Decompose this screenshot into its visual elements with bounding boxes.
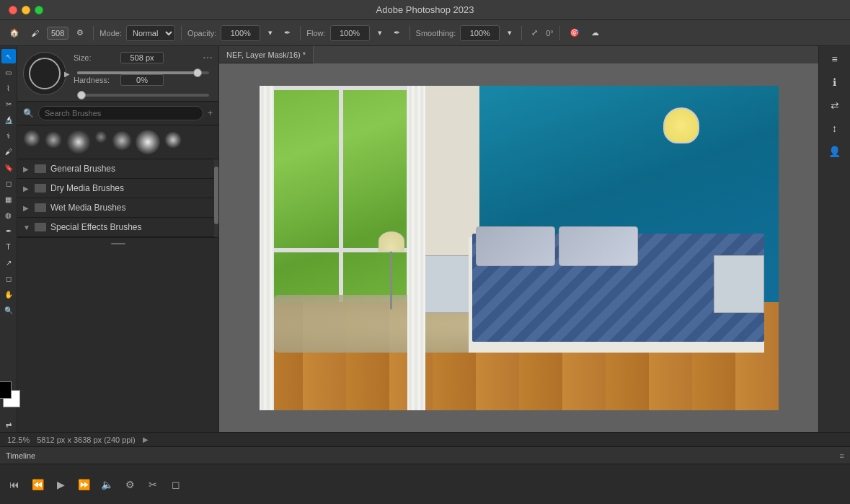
categories-scrollbar-thumb[interactable] [214, 167, 218, 224]
symmetry-button[interactable]: 🎯 [566, 26, 583, 40]
brush-expand-arrow[interactable]: ▶ [64, 70, 70, 78]
wet-media-brushes-header[interactable]: ▶ Wet Media Brushes [17, 198, 218, 217]
separator-6 [559, 26, 560, 40]
home-button[interactable]: 🏠 [6, 26, 23, 40]
search-icon: 🔍 [23, 108, 34, 118]
dimensions: 5812 px x 3638 px (240 ppi) [37, 436, 135, 444]
preset-brush-2[interactable] [43, 130, 63, 150]
tool-zoom[interactable]: 🔍 [1, 303, 16, 317]
minimize-button[interactable] [22, 6, 30, 14]
tool-path[interactable]: ↗ [1, 255, 16, 270]
separator-1 [93, 26, 94, 40]
timeline-settings-button[interactable]: ⚙ [121, 476, 138, 493]
opacity-label: Opacity: [187, 29, 216, 37]
floor-lamp [378, 231, 404, 309]
tool-text[interactable]: T [1, 239, 16, 254]
brush-top-controls: ▶ Size: ⋯ [17, 46, 218, 102]
traffic-lights[interactable] [9, 6, 43, 14]
wet-media-brushes-chevron: ▶ [23, 204, 30, 212]
canvas-image [260, 86, 779, 410]
hardness-input[interactable] [120, 74, 164, 86]
canvas-content[interactable] [219, 63, 818, 432]
dry-media-brushes-icon [35, 184, 46, 193]
timeline-header: Timeline ≡ [0, 447, 850, 464]
audio-button[interactable]: 🔈 [98, 476, 115, 493]
hardness-label: Hardness: [74, 76, 120, 84]
hardness-slider-track [77, 94, 209, 97]
dry-media-brushes-header[interactable]: ▶ Dry Media Brushes [17, 179, 218, 198]
pen-pressure-flow[interactable]: ✒ [390, 26, 404, 40]
tool-hand[interactable]: ✋ [1, 287, 16, 301]
tool-dodge[interactable]: ◍ [1, 208, 16, 222]
loop-button[interactable]: ◻ [167, 476, 185, 493]
step-back-button[interactable]: ⏪ [29, 476, 46, 493]
tool-heal[interactable]: ⚕ [1, 128, 16, 143]
brush-settings-button[interactable]: ⚙ [73, 26, 87, 40]
flow-input[interactable] [330, 25, 370, 41]
flow-options-button[interactable]: ▾ [374, 26, 386, 40]
tool-move[interactable]: ↖ [1, 49, 16, 63]
preset-brush-6[interactable] [136, 130, 160, 154]
tool-gradient[interactable]: ▦ [1, 192, 16, 206]
tool-eraser[interactable]: ◻ [1, 176, 16, 190]
brush-tool-button[interactable]: 🖌 [27, 27, 43, 40]
tool-shape[interactable]: ◻ [1, 271, 16, 286]
close-button[interactable] [9, 6, 17, 14]
wet-media-brushes-label: Wet Media Brushes [50, 203, 126, 213]
brush-settings-icon[interactable]: ⋯ [203, 52, 213, 63]
size-slider-thumb[interactable] [193, 68, 202, 77]
adjustments-panel-button[interactable]: ⇄ [825, 95, 845, 115]
timeline-controls: ⏮ ⏪ ▶ ⏩ 🔈 ⚙ ✂ ◻ [0, 464, 850, 504]
panel-resize-handle[interactable] [17, 237, 218, 249]
tool-crop[interactable]: ✂ [1, 97, 16, 111]
tool-convert[interactable]: ⇄ [1, 417, 16, 432]
properties-panel-button[interactable]: ≡ [825, 49, 845, 69]
tool-brush[interactable]: 🖌 [1, 144, 16, 159]
canvas-tab[interactable]: NEF, Layer Mask/16) * [219, 46, 314, 63]
go-to-first-frame-button[interactable]: ⏮ [6, 476, 23, 493]
tool-lasso[interactable]: ⌇ [1, 81, 16, 95]
tool-select[interactable]: ▭ [1, 65, 16, 79]
step-forward-button[interactable]: ⏩ [75, 476, 92, 493]
preset-brush-4[interactable] [94, 130, 108, 144]
angle-button[interactable]: ⤢ [528, 26, 541, 40]
special-effects-brushes-category: ▼ Special Effects Brushes [17, 218, 218, 237]
hardness-slider-thumb[interactable] [77, 91, 86, 100]
preset-brush-5[interactable] [111, 130, 133, 151]
info-button[interactable]: ☁ [588, 26, 603, 40]
tool-clone[interactable]: 🔖 [1, 160, 16, 174]
smoothing-options-button[interactable]: ▾ [504, 26, 515, 40]
smoothing-input[interactable] [460, 25, 500, 41]
angle-value: 0° [546, 29, 554, 37]
status-arrow[interactable]: ▶ [143, 436, 149, 443]
brush-add-button[interactable]: + [208, 108, 213, 118]
special-effects-brushes-header[interactable]: ▼ Special Effects Brushes [17, 218, 218, 236]
wet-media-brushes-icon [35, 203, 46, 212]
size-label: Size: [74, 53, 120, 62]
play-button[interactable]: ▶ [52, 476, 69, 493]
opacity-input[interactable] [221, 25, 260, 41]
brush-search-input[interactable] [38, 106, 203, 120]
lamp-pole [390, 252, 392, 309]
preset-brush-3[interactable] [66, 130, 91, 154]
tool-pen[interactable]: ✒ [1, 224, 16, 238]
timeline-menu-icon[interactable]: ≡ [840, 451, 844, 460]
maximize-button[interactable] [35, 6, 43, 14]
foreground-color-chip[interactable] [0, 381, 12, 399]
preset-brush-7[interactable] [163, 130, 183, 150]
separator-2 [181, 26, 182, 40]
dry-media-brushes-category: ▶ Dry Media Brushes [17, 179, 218, 198]
opacity-options-button[interactable]: ▾ [265, 26, 276, 40]
tool-sample[interactable]: 🔬 [1, 112, 16, 127]
mode-select[interactable]: Normal Multiply Screen Overlay [126, 25, 175, 41]
layers-panel-button[interactable]: ↕ [825, 118, 845, 138]
general-brushes-label: General Brushes [50, 164, 115, 174]
preset-brush-1[interactable] [23, 130, 40, 147]
info-panel-button[interactable]: ℹ [825, 72, 845, 92]
character-panel-button[interactable]: 👤 [825, 141, 845, 162]
size-input[interactable] [120, 52, 164, 63]
pen-pressure-opacity[interactable]: ✒ [280, 26, 294, 40]
resize-handle-indicator [111, 243, 125, 244]
cut-button[interactable]: ✂ [144, 476, 161, 493]
general-brushes-header[interactable]: ▶ General Brushes [17, 159, 218, 178]
